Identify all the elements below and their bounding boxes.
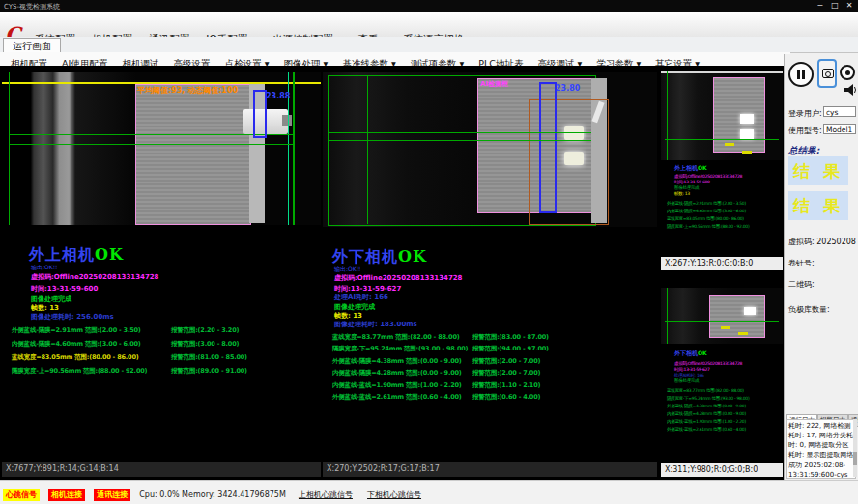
measurement-row: 隔膜宽度-上=90.56mm 范围:(88.00 - 92.00) 报警范围:(… — [2, 367, 321, 377]
small-top-camera-view: 外上相机OK 虚拟码:Offline20250208133134728 时间:1… — [661, 68, 783, 270]
left-camera-image[interactable]: 平均阈值:93, 动态阈值:100 23.88 — [2, 72, 321, 225]
model-field[interactable]: Model1 — [823, 124, 856, 134]
result-display-1: 结 果 — [788, 156, 848, 185]
close-button[interactable]: ✕ — [843, 1, 856, 10]
blue-measure-label: 23.80 — [556, 84, 580, 93]
measurement-text: 蓝线宽度=83.77mm 范围:(82.00 - 88.00) — [332, 333, 460, 342]
login-user-label: 登录用户: — [788, 108, 822, 119]
measurement-row: 外侧蓝线-隔膜=4.38mm 范围:(0.00 - 9.00) 报警范围:(2.… — [323, 357, 657, 367]
alarm-range-text: 报警范围:(81.00 - 85.00) — [171, 353, 247, 362]
measure-green-hline — [665, 321, 779, 322]
measurement-text: 内侧蓝线-隔膜=4.28mm 范围:(0.00 - 9.00) — [332, 369, 462, 378]
record-icon — [845, 70, 850, 75]
pixel-coords-bar: X:311;Y:980;R:0;G:0;B:0 — [661, 463, 783, 477]
measurement-row: 外侧蓝线-蓝线=2.61mm 范围:(0.60 - 4.00) 报警范围:(0.… — [323, 393, 657, 403]
speaker-button[interactable] — [844, 83, 858, 97]
yellow-callout-2 — [738, 332, 748, 335]
middle-camera-view: AI检测框 23.80 外下相机OK 输出:OK!! 虚拟码:Offline20… — [323, 68, 657, 477]
speaker-icon — [844, 84, 853, 96]
edge-green-line-left — [9, 72, 10, 225]
camera-name: 外上相机 — [29, 245, 95, 264]
pixel-coords-bar: X:267;Y:13;R:0;G:0;B:0 — [661, 257, 783, 270]
time-line: 时间:13-31-59-600 — [31, 284, 98, 294]
edge-green-line — [667, 71, 668, 160]
yellow-callout-1 — [725, 143, 734, 146]
small-bottom-camera-image[interactable] — [661, 288, 783, 344]
pin-number-label: 卷针号: — [788, 258, 815, 268]
camera-name: 外下相机 — [674, 350, 698, 356]
status-bar: 心跳信号 相机连接 通讯连接 Cpu: 0.0% Memory: 3424.41… — [0, 480, 858, 504]
measurement-text: 外侧蓝线-隔膜=4.38mm 范围:(0.00 - 9.00) — [332, 357, 462, 366]
alarm-range-text: 报警范围:(83.00 - 87.00) — [472, 333, 549, 342]
measure-green-hline-2 — [329, 140, 591, 141]
ai-elapsed-line: 处理AI耗时: 166 — [674, 373, 704, 378]
right-control-panel: 登录用户: cys 使用型号: Model1 总结果: 结 果 结 果 虚拟码:… — [784, 54, 858, 480]
measure-green-hline-1 — [329, 132, 591, 133]
glow-feature-1 — [740, 114, 754, 124]
measurement-row: 内侧蓝线-隔膜=4.60mm 范围:(3.00 - 6.00) 报警范围:(3.… — [2, 340, 321, 350]
ai-elapsed-line: 处理AI耗时: 166 — [334, 293, 388, 302]
camera-result-title: 外下相机OK — [674, 350, 707, 358]
maximize-button[interactable]: □ — [828, 1, 842, 10]
alarm-range-text: 报警范围:(3.00 - 8.00) — [171, 340, 239, 349]
yellow-callout-1 — [721, 326, 730, 329]
camera-button[interactable] — [817, 59, 837, 88]
login-user-field[interactable]: cys — [823, 106, 856, 117]
barcode-line: 虚拟码:Offline20250208133134728 — [31, 272, 159, 282]
measure-box-blue — [539, 82, 557, 213]
alarm-range-text: 报警范围:(2.00 - 7.00) — [472, 357, 540, 366]
middle-camera-image[interactable]: AI检测框 23.80 — [323, 72, 657, 227]
measurement-text: 内侧蓝线-蓝线=1.90mm 范围:(1.00 - 2.20) — [332, 381, 462, 390]
left-camera-view: 平均阈值:93, 动态阈值:100 23.88 外上相机OK 输出:OK!! 虚… — [2, 68, 321, 477]
process-done-line: 图像处理完成 — [674, 378, 699, 383]
measurement-row: 蓝线宽度=83.05mm 范围:(80.00 - 86.00) 报警范围:(81… — [2, 353, 321, 363]
app-window: CYS-视觉检测系统 ─ □ ✕ C 系统配置 相机配置 通讯配置 IO手配置 … — [0, 0, 858, 504]
anode-stock-label: 负极库数量: — [788, 304, 830, 315]
glow-feature-2 — [740, 129, 754, 139]
toolbar: 相机配置 AI使用配置 相机调试 高级设置 点检设置 ▾ 图像处理 ▾ 基准线参… — [0, 52, 790, 67]
time-line: 时间:13-31-59-600 — [674, 180, 710, 184]
connector-tip — [282, 115, 292, 126]
minimize-button[interactable]: ─ — [814, 1, 827, 10]
result-ok-text: OK — [95, 245, 124, 264]
lower-camera-heartbeat[interactable]: 下相机心跳信号 — [367, 490, 421, 500]
blue-measure-label: 23.88 — [266, 92, 290, 100]
result-display-2: 结 果 — [788, 191, 848, 220]
pixel-coords-bar: X:7677;Y:891;R:14;G:14;B:14 — [2, 462, 321, 477]
measurement-row: 隔膜宽度-下=95.24mm 范围:(93.00 - 98.00) 报警范围:(… — [323, 345, 657, 354]
measurement-text: 内侧蓝线-隔膜=4.60mm 范围:(3.00 - 6.00) — [667, 209, 746, 213]
alarm-range-text: 报警范围:(89.00 - 91.00) — [171, 367, 247, 376]
threshold-overlay-label: 平均阈值:93, 动态阈值:100 — [137, 85, 238, 96]
pause-button[interactable] — [788, 62, 814, 87]
measure-green-hline-2 — [9, 144, 295, 145]
measurement-text: 外侧蓝线-蓝线=2.61mm 范围:(0.60 - 4.00) — [332, 393, 462, 402]
measurement-row: 内侧蓝线-蓝线=1.90mm 范围:(1.00 - 2.20) 报警范围:(1.… — [323, 381, 657, 391]
camera-name: 外下相机 — [332, 247, 398, 266]
measurement-text: 隔膜宽度-下=95.24mm 范围:(93.00 - 98.00) — [667, 396, 749, 401]
camera-result-title: 外下相机OK — [332, 247, 427, 267]
measurement-text: 内侧蓝线-隔膜=4.60mm 范围:(3.00 - 6.00) — [12, 340, 141, 349]
ai-box-label: AI检测框 — [480, 79, 508, 89]
elapsed-line: 图像处理耗时: 256.00ms — [31, 312, 114, 322]
alarm-range-text: 报警范围:(2.20 - 3.20) — [171, 326, 239, 335]
qr-code-label: 二维码: — [788, 279, 815, 290]
pixel-coords-bar: X:270;Y:2502;R:17;G:17;B:17 — [323, 462, 657, 477]
log-scrollbar-thumb[interactable] — [853, 452, 857, 465]
window-title: CYS-视觉检测系统 — [4, 2, 60, 12]
alarm-range-text: 报警范围:(0.60 - 4.00) — [472, 393, 540, 402]
record-button[interactable] — [840, 65, 855, 80]
measurement-text: 外侧蓝线-隔膜=4.38mm 范围:(0.00 - 9.00) — [667, 404, 746, 408]
edge-green-line-right — [293, 72, 295, 225]
virtual-code-label: 虚拟码: 20250208 — [788, 237, 856, 247]
log-scrollbar[interactable] — [853, 419, 857, 477]
log-output: 耗时: 222, 网络检测耗时: 17, 网络分类耗时: 0, 网络提取分区耗时… — [786, 419, 856, 479]
process-done-line: 图像处理完成 — [674, 185, 699, 190]
alarm-range-text: 报警范围:(2.00 - 7.00) — [472, 369, 540, 378]
measurement-row: 内侧蓝线-隔膜=4.28mm 范围:(0.00 - 9.00) 报警范围:(2.… — [323, 369, 657, 378]
barcode-line: 虚拟码:Offline20250208133134728 — [674, 361, 742, 366]
upper-camera-heartbeat[interactable]: 上相机心跳信号 — [299, 490, 353, 500]
barcode-line: 虚拟码:Offline20250208133134728 — [674, 174, 742, 179]
camera-lens-icon — [825, 71, 831, 77]
model-label: 使用型号: — [788, 126, 822, 136]
small-top-camera-image[interactable] — [661, 71, 783, 160]
